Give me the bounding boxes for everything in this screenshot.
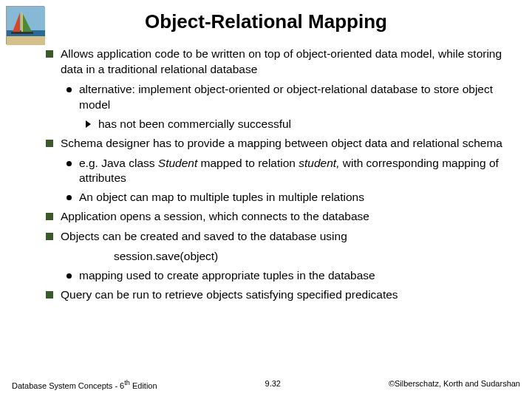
bullet-l1: Objects can be created and saved to the … (46, 229, 502, 245)
dot-bullet-icon (66, 273, 72, 279)
slide-content: Allows application code to be written on… (0, 47, 532, 303)
code-text: session.save(object) (114, 249, 502, 265)
bullet-text: e.g. Java class Student mapped to relati… (79, 156, 502, 187)
bullet-text: alternative: implement object-oriented o… (79, 82, 502, 113)
bullet-l1: Application opens a session, which conne… (46, 209, 502, 225)
logo-image (6, 6, 44, 44)
square-bullet-icon (46, 213, 53, 220)
square-bullet-icon (46, 233, 53, 240)
bullet-l1: Allows application code to be written on… (46, 47, 502, 78)
bullet-text: mapping used to create appropriate tuple… (79, 268, 375, 284)
bullet-text: Application opens a session, which conne… (61, 209, 369, 225)
bullet-text: Allows application code to be written on… (61, 47, 502, 78)
bullet-l1: Schema designer has to provide a mapping… (46, 136, 502, 151)
bullet-l3: has not been commercially successful (86, 117, 502, 132)
bullet-l2: An object can map to multiple tuples in … (66, 190, 502, 205)
bullet-l1: Query can be run to retrieve objects sat… (46, 287, 502, 303)
footer-center: 9.32 (265, 379, 281, 390)
bullet-text: has not been commercially successful (98, 117, 291, 132)
square-bullet-icon (46, 291, 53, 299)
footer-right: ©Silberschatz, Korth and Sudarshan (389, 379, 520, 390)
dot-bullet-icon (66, 161, 72, 166)
bullet-text: Schema designer has to provide a mapping… (61, 136, 502, 151)
svg-rect-6 (11, 32, 33, 34)
dot-bullet-icon (66, 195, 72, 200)
square-bullet-icon (46, 50, 53, 58)
dot-bullet-icon (66, 87, 72, 92)
slide-footer: Database System Concepts - 6th Edition 9… (0, 379, 532, 390)
slide-title: Object-Relational Mapping (0, 0, 532, 47)
bullet-text: Query can be run to retrieve objects sat… (61, 287, 398, 303)
bullet-text: Objects can be created and saved to the … (61, 229, 347, 245)
bullet-l2: e.g. Java class Student mapped to relati… (66, 156, 502, 187)
footer-left: Database System Concepts - 6th Edition (12, 379, 157, 390)
bullet-text: An object can map to multiple tuples in … (79, 190, 364, 205)
triangle-bullet-icon (86, 120, 91, 128)
bullet-l2: alternative: implement object-oriented o… (66, 82, 502, 113)
svg-rect-2 (7, 36, 45, 45)
bullet-l2: mapping used to create appropriate tuple… (66, 268, 502, 284)
square-bullet-icon (46, 140, 53, 147)
